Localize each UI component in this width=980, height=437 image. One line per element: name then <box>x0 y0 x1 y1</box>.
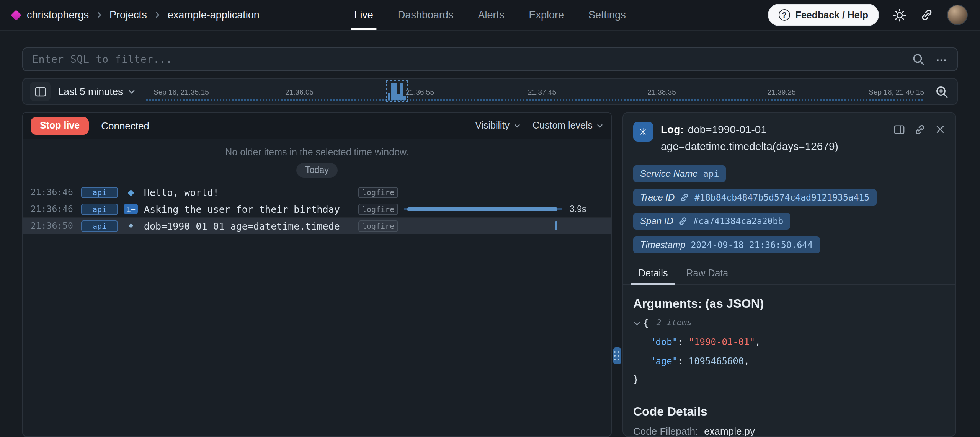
time-range-label: Last 5 minutes <box>58 86 123 97</box>
search-icon[interactable] <box>912 53 925 66</box>
theme-toggle-sun-icon[interactable] <box>893 8 906 22</box>
service-tag[interactable]: api <box>81 203 118 215</box>
span-duration-track <box>404 220 564 231</box>
timeline-histogram[interactable] <box>385 80 408 102</box>
nav-live[interactable]: Live <box>354 0 373 30</box>
json-colon: : <box>678 333 683 352</box>
detail-header: ✳ Log:dob=1990-01-01 age=datetime.timede… <box>623 113 956 160</box>
sql-filter-input[interactable] <box>32 54 901 65</box>
code-filepath-line: Code Filepath:example.py <box>633 422 946 437</box>
log-message: dob=1990-01-01 age=datetime.timede <box>144 220 352 232</box>
trace-id-pill[interactable]: Trace ID #18b84cb4847b5d574c4ad9121935a4… <box>633 189 876 206</box>
connection-status: Connected <box>101 120 149 131</box>
service-tag[interactable]: api <box>81 220 118 232</box>
log-row[interactable]: 21:36:46 api 1− Asking the user for thei… <box>23 200 611 217</box>
json-brace-close: } <box>633 370 639 389</box>
timestamp-pill[interactable]: Timestamp 2024-09-18 21:36:50.644 <box>633 237 820 254</box>
live-view-header: Stop live Connected Visibility Custom le… <box>23 113 611 139</box>
detail-title-prefix: Log: <box>661 123 684 135</box>
log-row-selected[interactable]: 21:36:50 api ◆ dob=1990-01-01 age=dateti… <box>23 217 611 234</box>
main-nav: Live Dashboards Alerts Explore Settings <box>354 0 626 30</box>
nav-explore[interactable]: Explore <box>529 0 564 30</box>
chevron-right-icon <box>96 11 103 18</box>
feedback-help-button[interactable]: ? Feedback / Help <box>768 4 879 26</box>
detail-title: Log:dob=1990-01-01 age=datetime.timedelt… <box>661 122 886 155</box>
open-side-panel-icon[interactable] <box>893 124 905 155</box>
time-range-selector[interactable]: Last 5 minutes <box>58 86 135 97</box>
timeline-tick: 21:38:35 <box>648 87 676 96</box>
json-comma: , <box>744 352 749 370</box>
log-list: No older items in the selected time wind… <box>23 139 611 436</box>
custom-levels-dropdown[interactable]: Custom levels <box>532 120 603 131</box>
detail-tabs: Details Raw Data <box>623 263 956 285</box>
span-duration-label: 3.9s <box>570 204 603 214</box>
breadcrumb: christophergs Projects example-applicati… <box>12 0 260 30</box>
zoom-in-button[interactable] <box>933 85 950 98</box>
scope-tag[interactable]: logfire <box>358 186 398 198</box>
log-time: 21:36:46 <box>31 187 75 197</box>
more-options-icon[interactable]: … <box>936 57 948 62</box>
log-level-diamond-icon: ◆ <box>124 188 138 196</box>
breadcrumb-projects[interactable]: Projects <box>109 9 147 21</box>
tab-raw-data[interactable]: Raw Data <box>678 263 736 284</box>
splitter-grip-icon[interactable] <box>613 347 621 364</box>
timeline-strip[interactable]: Sep 18, 21:35:15 21:36:05 21:36:55 21:37… <box>143 79 926 104</box>
visibility-label: Visibility <box>475 120 510 131</box>
json-colon: : <box>678 352 683 370</box>
log-message: Asking the user for their birthday <box>144 203 352 215</box>
question-icon: ? <box>779 9 790 21</box>
timeline-tick: 21:36:05 <box>285 87 314 96</box>
log-event-tick <box>555 221 557 230</box>
span-duration-bar <box>407 207 557 211</box>
nav-settings[interactable]: Settings <box>588 0 626 30</box>
collapse-caret-icon[interactable] <box>633 320 641 327</box>
log-row[interactable]: 21:36:46 api ◆ Hello, world! logfire <box>23 183 611 200</box>
topbar-actions: ? Feedback / Help <box>768 0 968 30</box>
service-tag[interactable]: api <box>81 186 118 198</box>
log-time: 21:36:46 <box>31 204 75 214</box>
attr-value: #ca741384ca2a20bb <box>693 216 783 227</box>
json-key: "dob" <box>650 333 678 352</box>
link-icon <box>680 193 689 202</box>
panel-splitter[interactable] <box>612 112 622 437</box>
stop-live-button[interactable]: Stop live <box>31 117 89 134</box>
tab-details[interactable]: Details <box>631 263 675 284</box>
nav-dashboards[interactable]: Dashboards <box>398 0 454 30</box>
scope-tag[interactable]: logfire <box>358 203 398 215</box>
copy-link-icon[interactable] <box>914 124 926 155</box>
log-message: Hello, world! <box>144 186 352 198</box>
detail-actions <box>893 122 946 155</box>
today-button[interactable]: Today <box>296 163 338 177</box>
log-time: 21:36:50 <box>31 220 75 231</box>
feedback-help-label: Feedback / Help <box>795 10 868 20</box>
logfire-logo-icon[interactable] <box>11 10 21 20</box>
json-key: "age" <box>650 352 678 370</box>
filter-row: … <box>22 47 958 71</box>
timeline-tick: 21:39:25 <box>768 87 796 96</box>
json-viewer: { 2 items "dob":"1990-01-01", "age":1095… <box>633 314 946 390</box>
detail-title-text: dob=1990-01-01 age=datetime.timedelta(da… <box>661 123 838 152</box>
timeline-tick: 21:37:45 <box>528 87 556 96</box>
scope-tag[interactable]: logfire <box>358 220 398 232</box>
visibility-dropdown[interactable]: Visibility <box>475 120 520 131</box>
chevron-down-icon <box>127 88 135 95</box>
sidebar-toggle-button[interactable] <box>30 82 51 101</box>
timeline-bar: Last 5 minutes Sep 18, 21:35:15 21:36:05… <box>22 78 958 105</box>
attr-value: #18b84cb4847b5d574c4ad9121935a415 <box>694 192 869 203</box>
service-name-pill[interactable]: Service Name api <box>633 166 726 183</box>
timeline-tick: Sep 18, 21:40:15 <box>869 87 924 96</box>
breadcrumb-project[interactable]: example-application <box>168 9 260 21</box>
timeline-baseline <box>146 99 923 101</box>
span-id-pill[interactable]: Span ID #ca741384ca2a20bb <box>633 213 790 230</box>
share-link-icon[interactable] <box>920 8 933 21</box>
nav-alerts[interactable]: Alerts <box>478 0 504 30</box>
breadcrumb-org[interactable]: christophergs <box>27 9 89 21</box>
collapse-children-badge[interactable]: 1− <box>124 204 138 214</box>
arguments-heading: Arguments: (as JSON) <box>633 297 946 311</box>
user-avatar[interactable] <box>947 5 968 25</box>
attr-label: Trace ID <box>640 192 675 203</box>
code-details-heading: Code Details <box>633 405 946 419</box>
log-level-icon: ✳ <box>633 122 653 142</box>
attr-value: api <box>703 169 719 179</box>
close-icon[interactable] <box>935 124 946 155</box>
